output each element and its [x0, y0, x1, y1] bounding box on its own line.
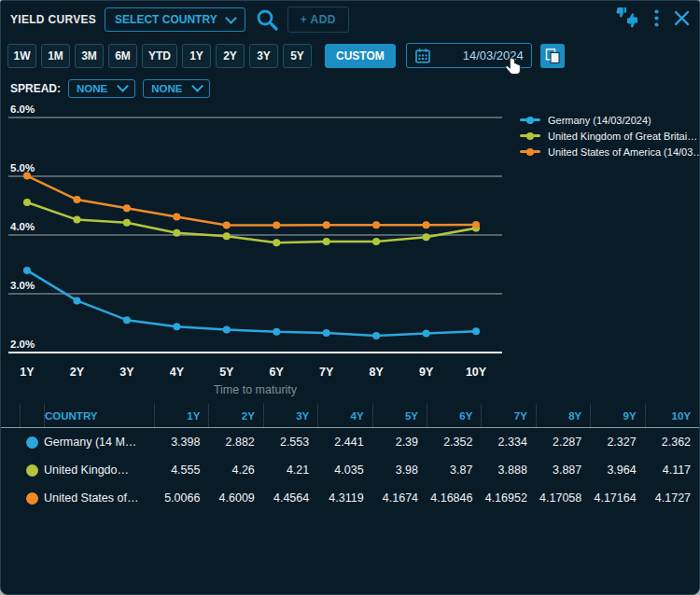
header-color-col [20, 404, 44, 427]
toolbar-row-periods: 1W1M3M6MYTD1Y2Y3Y5Y CUSTOM 14/03/2024 [1, 38, 699, 73]
series-line [27, 270, 476, 336]
row-country-label: Germany (14 M… [44, 436, 154, 449]
data-point[interactable] [23, 199, 31, 206]
row-value-cell: 5.0066 [154, 491, 208, 505]
x-axis-tick: 1Y [20, 366, 35, 379]
data-point[interactable] [323, 329, 330, 337]
data-point[interactable] [23, 173, 31, 180]
spread-select-1[interactable]: NONE [68, 79, 135, 98]
custom-button[interactable]: CUSTOM [325, 44, 396, 68]
data-point[interactable] [472, 327, 480, 335]
add-button[interactable]: + ADD [287, 7, 349, 33]
legend-item[interactable]: United Kingdom of Great Britai… [520, 130, 700, 142]
data-point[interactable] [173, 213, 180, 220]
table-row[interactable]: United States of…5.00664.60094.45644.311… [1, 484, 699, 512]
series-color-dot [26, 464, 38, 477]
x-axis-tick: 8Y [370, 366, 385, 379]
data-point[interactable] [273, 221, 280, 228]
period-button-3m[interactable]: 3M [75, 44, 104, 68]
data-point[interactable] [223, 325, 231, 333]
row-value-cell: 2.287 [536, 436, 590, 449]
data-point[interactable] [23, 267, 31, 274]
data-point[interactable] [423, 221, 430, 228]
window-controls [615, 7, 690, 33]
page-title: YIELD CURVES [10, 13, 96, 26]
period-button-1w[interactable]: 1W [7, 44, 36, 68]
data-point[interactable] [123, 316, 131, 324]
data-point[interactable] [123, 204, 131, 212]
table-row[interactable]: United Kingdo…4.5554.264.214.0353.983.87… [1, 456, 699, 484]
series-line [27, 176, 476, 226]
row-value-cell: 2.553 [263, 436, 317, 449]
row-country-label: United Kingdo… [44, 464, 154, 477]
data-point[interactable] [73, 297, 80, 304]
y-axis-tick: 5.0% [10, 162, 35, 173]
feedback-thumbs-icon[interactable] [615, 7, 639, 33]
table-row[interactable]: Germany (14 M…3.3982.8822.5532.4412.392.… [1, 428, 699, 456]
data-point[interactable] [423, 329, 430, 337]
row-value-cell: 3.398 [154, 436, 208, 449]
row-value-cell: 4.1674 [372, 491, 427, 505]
data-point[interactable] [223, 222, 231, 229]
header-8y: 8Y [536, 404, 590, 427]
data-point[interactable] [372, 332, 380, 339]
period-button-2y[interactable]: 2Y [216, 44, 245, 68]
period-button-group: 1W1M3M6MYTD1Y2Y3Y5Y [7, 44, 312, 68]
legend-item[interactable]: Germany (14/03/2024) [520, 114, 700, 126]
data-point[interactable] [73, 216, 80, 224]
data-point[interactable] [223, 232, 231, 240]
legend-marker-dot [526, 148, 534, 156]
data-point[interactable] [73, 196, 80, 203]
x-axis-tick: 5Y [219, 366, 234, 379]
legend-item[interactable]: United States of America (14/03… [520, 145, 700, 158]
date-input[interactable]: 14/03/2024 [406, 43, 532, 68]
data-point[interactable] [372, 221, 380, 228]
row-value-cell: 3.888 [481, 464, 535, 477]
spread-select-group: NONENONE [68, 79, 210, 98]
legend-label: United Kingdom of Great Britai… [548, 131, 697, 142]
data-point[interactable] [472, 221, 480, 228]
series-color-dot [26, 436, 38, 449]
table-header-row: COUNTRY1Y2Y3Y4Y5Y6Y7Y8Y9Y10Y [1, 404, 699, 428]
y-axis-tick: 2.0% [10, 339, 35, 350]
kebab-menu-icon[interactable] [654, 9, 659, 31]
period-button-5y[interactable]: 5Y [283, 44, 312, 68]
chevron-down-icon [117, 80, 129, 92]
search-icon[interactable] [255, 7, 279, 32]
row-value-cell: 3.87 [427, 464, 481, 477]
date-value: 14/03/2024 [463, 48, 524, 62]
data-point[interactable] [323, 238, 330, 245]
data-point[interactable] [323, 221, 330, 228]
period-button-ytd[interactable]: YTD [142, 44, 177, 68]
row-value-cell: 2.352 [427, 436, 481, 449]
close-icon[interactable] [674, 10, 690, 30]
data-point[interactable] [273, 239, 280, 246]
row-color-cell [20, 464, 44, 477]
row-value-cell: 4.1727 [645, 491, 699, 505]
row-value-cell: 2.39 [372, 436, 427, 449]
period-button-3y[interactable]: 3Y [249, 44, 278, 68]
row-value-cell: 2.334 [481, 436, 535, 449]
period-button-1m[interactable]: 1M [41, 44, 70, 68]
header-1y: 1Y [154, 404, 208, 427]
row-value-cell: 4.035 [317, 464, 371, 477]
copy-button[interactable] [540, 44, 565, 68]
header-3y: 3Y [263, 404, 317, 427]
data-point[interactable] [173, 323, 180, 330]
x-axis-label: Time to maturity [214, 383, 298, 396]
period-button-1y[interactable]: 1Y [182, 44, 211, 68]
period-button-6m[interactable]: 6M [108, 44, 137, 68]
data-point[interactable] [372, 238, 380, 245]
row-value-cell: 2.882 [208, 436, 262, 449]
spread-select-2[interactable]: NONE [143, 79, 210, 98]
row-value-cell: 3.964 [590, 464, 644, 477]
legend-marker-dot [526, 117, 534, 124]
data-point[interactable] [423, 233, 430, 241]
data-point[interactable] [273, 328, 280, 336]
data-point[interactable] [123, 219, 131, 227]
toolbar-row-spread: SPREAD: NONENONE [1, 73, 699, 104]
yield-curve-chart: 6.0%5.0%4.0%3.0%2.0%1Y2Y3Y4Y5Y6Y7Y8Y9Y10… [1, 104, 699, 404]
x-axis-tick: 7Y [319, 366, 334, 379]
country-select[interactable]: SELECT COUNTRY [105, 7, 245, 32]
data-point[interactable] [173, 229, 180, 237]
